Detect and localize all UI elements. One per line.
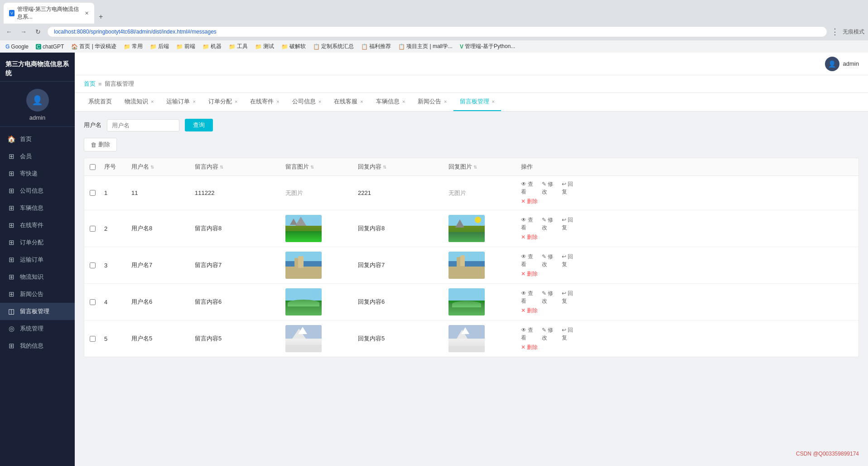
refresh-button[interactable]: ↻ <box>33 26 43 37</box>
bookmark-test[interactable]: 📁测试 <box>253 42 276 51</box>
sidebar-item-company[interactable]: ⊞公司信息 <box>0 182 75 199</box>
row5-checkbox[interactable] <box>90 336 96 342</box>
row5-checkbox-cell[interactable] <box>84 331 101 346</box>
bookmark-crack[interactable]: 📁破解软 <box>280 42 308 51</box>
tab-order-assign[interactable]: 订单分配× <box>202 93 244 111</box>
sidebar-item-myinfo[interactable]: ⊞我的信息 <box>0 337 75 354</box>
tab-system-home[interactable]: 系统首页 <box>82 93 118 111</box>
messages-icon: ◫ <box>7 307 15 316</box>
tab-send[interactable]: 在线寄件× <box>244 93 285 111</box>
row4-view-btn[interactable]: 👁 查看 <box>521 290 537 305</box>
th-image[interactable]: 留言图片⇅ <box>282 158 354 175</box>
bookmark-tools[interactable]: 📁工具 <box>227 42 250 51</box>
bookmark-backend[interactable]: 📁后端 <box>148 42 171 51</box>
tab-transport-close[interactable]: × <box>193 99 195 104</box>
browser-menu-icon[interactable]: ⋮ <box>831 27 839 37</box>
th-username[interactable]: 用户名⇅ <box>128 158 191 175</box>
tab-customer-service[interactable]: 在线客服× <box>328 93 369 111</box>
th-reply-content[interactable]: 回复内容⇅ <box>354 158 445 175</box>
row2-actions-row1: 👁 查看 ✎ 修改 ↩ 回复 <box>521 216 577 232</box>
row3-checkbox-cell[interactable] <box>84 258 101 273</box>
bookmark-frontend[interactable]: 📁前端 <box>174 42 197 51</box>
tab-company-close[interactable]: × <box>318 99 321 104</box>
browser-tab-active[interactable]: V 管理端-第三方电商物流信息系... ✕ <box>4 3 94 24</box>
search-input[interactable] <box>107 119 179 131</box>
th-content[interactable]: 留言内容⇅ <box>191 158 282 175</box>
row3-delete-btn[interactable]: ✕ 删除 <box>521 270 538 278</box>
sidebar-item-home[interactable]: 🏠首页 <box>0 131 75 148</box>
row1-view-btn[interactable]: 👁 查看 <box>521 180 537 196</box>
row2-reply-btn[interactable]: ↩ 回复 <box>562 216 577 232</box>
forward-button[interactable]: → <box>18 26 29 37</box>
bookmark-common[interactable]: 📁常用 <box>122 42 145 51</box>
back-button[interactable]: ← <box>4 26 14 37</box>
tab-vehicle-close[interactable]: × <box>402 99 405 104</box>
row1-checkbox-cell[interactable] <box>84 185 101 200</box>
row4-checkbox[interactable] <box>90 299 96 305</box>
row2-delete-btn[interactable]: ✕ 删除 <box>521 233 538 241</box>
tab-close-icon[interactable]: ✕ <box>85 10 89 16</box>
row5-reply-btn[interactable]: ↩ 回复 <box>562 326 577 342</box>
sidebar-item-member[interactable]: ⊞会员 <box>0 148 75 165</box>
row5-view-btn[interactable]: 👁 查看 <box>521 326 537 342</box>
new-tab-button[interactable]: + <box>95 10 106 24</box>
row3-view-btn[interactable]: 👁 查看 <box>521 253 537 268</box>
row3-checkbox[interactable] <box>90 262 96 268</box>
th-reply-image[interactable]: 回复图片⇅ <box>445 158 517 175</box>
row2-edit-btn[interactable]: ✎ 修改 <box>542 216 557 232</box>
row4-delete-btn[interactable]: ✕ 删除 <box>521 307 538 315</box>
row1-delete-btn[interactable]: ✕ 删除 <box>521 198 538 205</box>
bookmark-recommend[interactable]: 📋福利推荐 <box>359 42 393 51</box>
breadcrumb-home[interactable]: 首页 <box>84 80 96 88</box>
row5-delete-btn[interactable]: ✕ 删除 <box>521 344 538 351</box>
bookmark-google[interactable]: GGoogle <box>4 43 30 51</box>
tab-messages-close[interactable]: × <box>492 99 495 104</box>
bookmark-chatgpt[interactable]: CchatGPT <box>34 43 66 51</box>
sidebar-item-express[interactable]: ⊞寄快递 <box>0 165 75 182</box>
row4-reply-image-cell <box>445 284 517 320</box>
search-button[interactable]: 查询 <box>185 119 213 131</box>
row3-edit-btn[interactable]: ✎ 修改 <box>542 253 557 268</box>
tab-knowledge[interactable]: 物流知识× <box>118 93 160 111</box>
sidebar-item-order-assign[interactable]: ⊞订单分配 <box>0 234 75 251</box>
th-checkbox[interactable] <box>84 158 101 175</box>
row1-edit-btn[interactable]: ✎ 修改 <box>542 180 557 196</box>
row3-reply-btn[interactable]: ↩ 回复 <box>562 253 577 268</box>
tab-knowledge-close[interactable]: × <box>151 99 154 104</box>
row4-reply-btn[interactable]: ↩ 回复 <box>562 290 577 305</box>
tab-company[interactable]: 公司信息× <box>286 93 328 111</box>
bookmark-machine[interactable]: 📁机器 <box>201 42 223 51</box>
row4-edit-btn[interactable]: ✎ 修改 <box>542 290 557 305</box>
row5-edit-btn[interactable]: ✎ 修改 <box>542 326 557 342</box>
row2-checkbox[interactable] <box>90 226 96 232</box>
sidebar-item-knowledge[interactable]: ⊞物流知识 <box>0 268 75 286</box>
sidebar-item-send[interactable]: ⊞在线寄件 <box>0 217 75 234</box>
tab-send-close[interactable]: × <box>276 99 279 104</box>
sidebar-item-messages[interactable]: ◫留言板管理 <box>0 303 75 320</box>
tab-customer-service-close[interactable]: × <box>360 99 363 104</box>
row1-checkbox[interactable] <box>90 190 96 196</box>
sidebar-item-news[interactable]: ⊞新闻公告 <box>0 286 75 303</box>
sidebar-item-transport[interactable]: ⊞运输订单 <box>0 251 75 268</box>
home-icon: 🏠 <box>7 135 15 143</box>
tab-news[interactable]: 新闻公告× <box>411 93 453 111</box>
tab-transport[interactable]: 运输订单× <box>160 93 202 111</box>
address-box[interactable]: localhost:8080/springbootyt4tc68l/admin/… <box>47 26 827 37</box>
select-all-checkbox[interactable] <box>90 164 96 170</box>
bookmark-admin[interactable]: V管理端-基于Python... <box>458 42 517 51</box>
bookmark-mall[interactable]: 📋项目主页 | mall学... <box>396 42 454 51</box>
sidebar-item-vehicle[interactable]: ⊞车辆信息 <box>0 199 75 217</box>
row2-view-btn[interactable]: 👁 查看 <box>521 216 537 232</box>
sidebar-item-system[interactable]: ◎系统管理 <box>0 320 75 337</box>
tab-order-assign-close[interactable]: × <box>235 99 237 104</box>
tab-messages[interactable]: 留言板管理× <box>453 93 501 111</box>
row2-checkbox-cell[interactable] <box>84 221 101 236</box>
row3-reply-content: 回复内容7 <box>354 257 445 274</box>
row4-checkbox-cell[interactable] <box>84 295 101 310</box>
row1-reply-btn[interactable]: ↩ 回复 <box>562 180 577 196</box>
bookmark-homepage[interactable]: 🏠首页 | 华设稿迹 <box>69 42 118 51</box>
tab-news-close[interactable]: × <box>444 99 447 104</box>
bookmark-custom[interactable]: 📋定制系统汇总 <box>311 42 356 51</box>
delete-button[interactable]: 🗑 删除 <box>84 138 117 151</box>
tab-vehicle[interactable]: 车辆信息× <box>370 93 411 111</box>
